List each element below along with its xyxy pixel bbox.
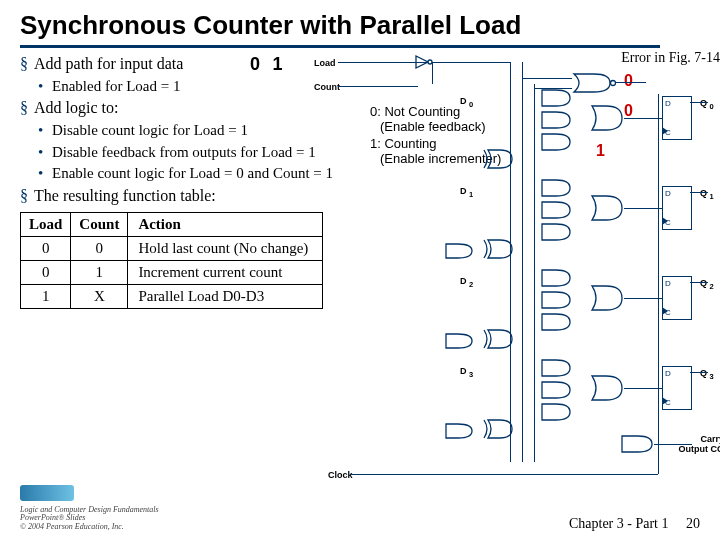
and-gate-icon	[620, 434, 654, 454]
bullet-2-2: Disable feedback from outputs for Load =…	[52, 144, 316, 160]
or-gate-icon	[590, 194, 624, 222]
th-action: Action	[128, 213, 323, 237]
page-number: 20	[686, 516, 700, 531]
d-flip-flop: DC	[662, 366, 692, 410]
and-gate-icon	[540, 88, 572, 108]
label-count: Count	[314, 82, 340, 92]
or-gate-icon	[590, 374, 624, 402]
pearson-logo	[20, 485, 74, 501]
xor-gate-icon	[482, 148, 514, 170]
and-gate-icon	[444, 242, 474, 260]
table-row: 1 X Parallel Load D0-D3	[21, 285, 323, 309]
table-row: 0 0 Hold last count (No change)	[21, 237, 323, 261]
and-gate-icon	[540, 312, 572, 332]
th-count: Count	[71, 213, 128, 237]
and-gate-icon	[540, 132, 572, 152]
and-gate-icon	[540, 200, 572, 220]
red-0-top: 0	[624, 72, 633, 90]
d-flip-flop: DC	[662, 276, 692, 320]
or-gate-icon	[590, 284, 624, 312]
slide-title: Synchronous Counter with Parallel Load	[20, 10, 700, 41]
bullet-2: Add logic to:	[34, 99, 118, 116]
bullet-2-1: Disable count logic for Load = 1	[52, 122, 248, 138]
chapter-label: Chapter 3 - Part 1	[569, 516, 669, 531]
bit-1: 1	[272, 54, 282, 75]
bit-0: 0	[250, 54, 260, 75]
xor-gate-icon	[482, 418, 514, 440]
and-gate-icon	[444, 422, 474, 440]
and-gate-icon	[540, 110, 572, 130]
and-gate-icon	[540, 178, 572, 198]
th-load: Load	[21, 213, 71, 237]
table-row: 0 1 Increment current count	[21, 261, 323, 285]
xor-gate-icon	[482, 328, 514, 350]
and-gate-icon	[540, 358, 572, 378]
label-load: Load	[314, 58, 336, 68]
header-bits: 0 1	[250, 54, 290, 75]
svg-marker-0	[416, 56, 428, 68]
and-gate-icon	[540, 290, 572, 310]
circuit-diagram: Error in Fig. 7-14 Load Count 0 0 1 0: N…	[390, 54, 720, 494]
label-clock: Clock	[328, 470, 353, 480]
svg-point-2	[611, 81, 616, 86]
xor-gate-icon	[482, 238, 514, 260]
bullet-1-1: Enabled for Load = 1	[52, 78, 180, 94]
bullet-2-3: Enable count logic for Load = 0 and Coun…	[52, 165, 333, 181]
d-flip-flop: DC	[662, 96, 692, 140]
and-gate-icon	[540, 380, 572, 400]
and-gate-icon	[540, 222, 572, 242]
divider	[20, 45, 660, 48]
error-note: Error in Fig. 7-14	[621, 50, 720, 66]
and-gate-icon	[540, 402, 572, 422]
function-table: Load Count Action 0 0 Hold last count (N…	[20, 212, 323, 309]
and-gate-icon	[444, 332, 474, 350]
bullet-list: §Add path for input data •Enabled for Lo…	[20, 54, 380, 206]
bullet-3: The resulting function table:	[34, 187, 216, 204]
footer-copyright: Logic and Computer Design Fundamentals P…	[20, 485, 159, 532]
not-gate-icon	[414, 54, 434, 70]
bullet-1: Add path for input data	[34, 55, 183, 72]
d-flip-flop: DC	[662, 186, 692, 230]
and-gate-icon	[540, 268, 572, 288]
or-gate-icon	[590, 104, 624, 132]
